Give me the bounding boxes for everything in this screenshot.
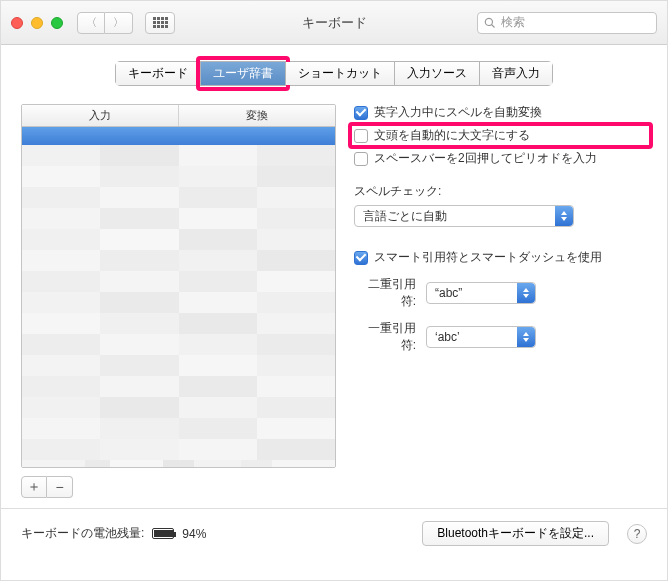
close-icon[interactable]	[11, 17, 23, 29]
double-quotes-label: 二重引用符:	[354, 276, 416, 310]
minimize-icon[interactable]	[31, 17, 43, 29]
nav-buttons: 〈 〉	[77, 12, 133, 34]
checkbox-smart-quotes[interactable]: スマート引用符とスマートダッシュを使用	[354, 249, 647, 266]
search-placeholder: 検索	[501, 14, 525, 31]
grid-icon	[153, 17, 168, 28]
table-body[interactable]	[22, 127, 335, 467]
battery-label: キーボードの電池残量:	[21, 525, 144, 542]
column-header-input[interactable]: 入力	[22, 105, 179, 126]
column-header-replace[interactable]: 変換	[179, 105, 335, 126]
stepper-arrows-icon	[517, 283, 535, 303]
single-quotes-select[interactable]: ‘abc’	[426, 326, 536, 348]
tab-user-dictionary[interactable]: ユーザ辞書	[201, 62, 286, 85]
search-icon	[484, 17, 496, 29]
footer: キーボードの電池残量: 94% Bluetoothキーボードを設定... ?	[1, 508, 667, 558]
table-row[interactable]	[22, 127, 335, 145]
blurred-content	[22, 145, 335, 467]
stepper-arrows-icon	[517, 327, 535, 347]
double-quotes-select[interactable]: “abc”	[426, 282, 536, 304]
checkbox-icon	[354, 129, 368, 143]
checkbox-icon	[354, 251, 368, 265]
tab-input-sources[interactable]: 入力ソース	[395, 62, 480, 85]
battery-icon	[152, 528, 174, 539]
search-input[interactable]: 検索	[477, 12, 657, 34]
show-all-button[interactable]	[145, 12, 175, 34]
bluetooth-setup-button[interactable]: Bluetoothキーボードを設定...	[422, 521, 609, 546]
remove-button[interactable]: −	[47, 476, 73, 498]
checkbox-spellcheck-english[interactable]: 英字入力中にスペルを自動変換	[354, 104, 647, 121]
checkbox-auto-capitalize[interactable]: 文頭を自動的に大文字にする	[354, 127, 647, 144]
single-quotes-label: 一重引用符:	[354, 320, 416, 354]
zoom-icon[interactable]	[51, 17, 63, 29]
checkbox-double-space-period[interactable]: スペースバーを2回押してピリオドを入力	[354, 150, 647, 167]
tab-keyboard[interactable]: キーボード	[116, 62, 201, 85]
back-button[interactable]: 〈	[77, 12, 105, 34]
spellcheck-select[interactable]: 言語ごとに自動	[354, 205, 574, 227]
window-title: キーボード	[302, 14, 367, 32]
forward-button[interactable]: 〉	[105, 12, 133, 34]
checkbox-icon	[354, 106, 368, 120]
battery-percentage: 94%	[182, 527, 206, 541]
user-dictionary-table[interactable]: 入力 変換	[21, 104, 336, 468]
tab-shortcuts[interactable]: ショートカット	[286, 62, 395, 85]
tab-bar: キーボード ユーザ辞書 ショートカット 入力ソース 音声入力	[1, 61, 667, 86]
tab-dictation[interactable]: 音声入力	[480, 62, 552, 85]
stepper-arrows-icon	[555, 206, 573, 226]
help-button[interactable]: ?	[627, 524, 647, 544]
checkbox-icon	[354, 152, 368, 166]
titlebar: 〈 〉 キーボード 検索	[1, 1, 667, 45]
window-controls	[11, 17, 63, 29]
add-button[interactable]: ＋	[21, 476, 47, 498]
spellcheck-label: スペルチェック:	[354, 183, 647, 200]
